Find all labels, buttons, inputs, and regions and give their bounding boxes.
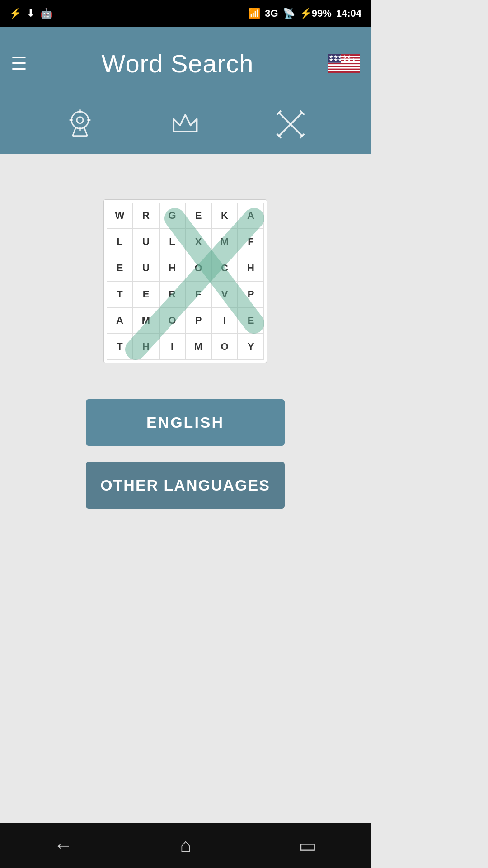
grid-cell: T — [107, 281, 133, 307]
home-button[interactable]: ⌂ — [180, 835, 191, 856]
grid-cell: I — [159, 334, 185, 360]
grid-cell: P — [185, 307, 211, 334]
grid-cell: E — [238, 307, 264, 334]
grid-cell: V — [211, 281, 238, 307]
back-button[interactable]: ← — [54, 835, 73, 856]
grid-cell: M — [133, 307, 159, 334]
grid-cell: C — [211, 255, 238, 281]
grid-cell: E — [107, 255, 133, 281]
battery-icon: ⚡99% — [300, 8, 332, 19]
status-right: 📶 3G 📡 ⚡99% 14:04 — [248, 8, 361, 19]
grid-cell: A — [107, 307, 133, 334]
grid: WRGEKALULXMFEUHOCHTERFVPAMOPIETHIMOY — [107, 203, 264, 360]
svg-rect-6 — [328, 70, 360, 71]
achievement-icon[interactable] — [64, 108, 96, 140]
recent-apps-button[interactable]: ▭ — [299, 835, 317, 857]
svg-point-10 — [71, 112, 88, 128]
grid-cell: H — [238, 255, 264, 281]
status-icons: ⚡ ⬇ 🤖 — [9, 8, 52, 19]
icon-row — [0, 99, 371, 154]
grid-cell: O — [211, 334, 238, 360]
wifi-icon: 📶 — [248, 8, 260, 19]
grid-cell: F — [185, 281, 211, 307]
svg-rect-4 — [328, 64, 360, 66]
time-display: 14:04 — [336, 8, 361, 19]
usb-icon: ⚡ — [9, 8, 21, 19]
swords-icon[interactable] — [275, 108, 306, 140]
grid-cell: E — [185, 203, 211, 229]
menu-button[interactable]: ☰ — [11, 54, 27, 72]
grid-cell: R — [133, 203, 159, 229]
android-icon: 🤖 — [40, 8, 52, 19]
grid-cell: P — [238, 281, 264, 307]
grid-cell: X — [185, 229, 211, 255]
grid-cell: G — [159, 203, 185, 229]
bottom-navigation: ← ⌂ ▭ — [0, 823, 371, 868]
svg-text:★★★★★: ★★★★★ — [329, 54, 352, 59]
grid-cell: U — [133, 255, 159, 281]
grid-cell: K — [211, 203, 238, 229]
english-button[interactable]: ENGLISH — [86, 399, 285, 446]
other-languages-button[interactable]: OTHER LANGUAGES — [86, 462, 285, 509]
network-label: 3G — [265, 8, 278, 19]
grid-cell: R — [159, 281, 185, 307]
status-bar: ⚡ ⬇ 🤖 📶 3G 📡 ⚡99% 14:04 — [0, 0, 371, 27]
svg-line-11 — [72, 127, 75, 136]
svg-rect-5 — [328, 67, 360, 68]
svg-point-14 — [77, 117, 83, 123]
grid-cell: A — [238, 203, 264, 229]
grid-cell: W — [107, 203, 133, 229]
grid-cell: O — [159, 307, 185, 334]
grid-cell: O — [185, 255, 211, 281]
language-flag[interactable]: ★★★★★★ ★★★★★ — [328, 53, 360, 74]
grid-cell: L — [107, 229, 133, 255]
grid-cell: Y — [238, 334, 264, 360]
crown-icon[interactable] — [169, 108, 201, 140]
app-title: Word Search — [102, 49, 254, 78]
grid-cell: M — [211, 229, 238, 255]
grid-cell: F — [238, 229, 264, 255]
grid-cell: U — [133, 229, 159, 255]
grid-cell: I — [211, 307, 238, 334]
toolbar: ☰ Word Search ★★★★★★ ★★★★★ — [0, 27, 371, 99]
download-icon: ⬇ — [27, 8, 35, 19]
svg-line-12 — [84, 127, 87, 136]
grid-cell: H — [133, 334, 159, 360]
grid-cell: E — [133, 281, 159, 307]
grid-cell: H — [159, 255, 185, 281]
grid-cell: T — [107, 334, 133, 360]
grid-cell: M — [185, 334, 211, 360]
signal-icon: 📡 — [283, 8, 295, 19]
word-search-grid: WRGEKALULXMFEUHOCHTERFVPAMOPIETHIMOY — [103, 199, 267, 363]
main-content: WRGEKALULXMFEUHOCHTERFVPAMOPIETHIMOY ENG… — [0, 154, 371, 509]
grid-cell: L — [159, 229, 185, 255]
